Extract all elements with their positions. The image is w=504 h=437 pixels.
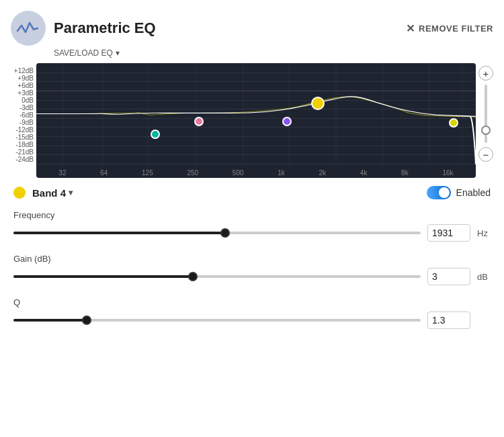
remove-filter-button[interactable]: ✕ REMOVE FILTER <box>406 22 493 35</box>
zoom-track[interactable] <box>485 85 487 143</box>
frequency-slider-fill <box>13 232 225 234</box>
gain-control: Gain (dB) dB <box>11 254 493 285</box>
q-control: Q <box>11 297 493 329</box>
q-slider[interactable] <box>13 319 421 322</box>
eq-chart[interactable]: 32 64 125 250 500 1k 2k 4k 8k 16k <box>36 63 476 178</box>
eq-curve <box>36 63 476 164</box>
q-slider-fill <box>13 319 87 322</box>
page-title: Parametric EQ <box>54 19 156 37</box>
zoom-out-button[interactable]: − <box>478 147 493 162</box>
gain-slider[interactable] <box>13 275 421 278</box>
band-2-dot[interactable] <box>194 117 204 126</box>
chevron-down-icon: ▾ <box>116 48 120 58</box>
frequency-unit: Hz <box>477 228 491 238</box>
frequency-slider-thumb[interactable] <box>220 228 230 238</box>
db-axis: +12dB +9dB +6dB +3dB 0dB -3dB -6dB -9dB … <box>11 63 36 178</box>
band-color-dot <box>13 187 26 199</box>
freq-axis: 32 64 125 250 500 1k 2k 4k 8k 16k <box>36 169 476 177</box>
band-row: Band 4 ▾ Enabled <box>11 186 493 199</box>
gain-unit: dB <box>477 272 491 282</box>
toggle-knob <box>439 187 450 198</box>
band-selector[interactable]: Band 4 ▾ <box>32 187 73 199</box>
enabled-toggle[interactable] <box>427 186 451 199</box>
gain-label: Gain (dB) <box>13 254 491 264</box>
q-value[interactable] <box>427 311 470 329</box>
gain-slider-fill <box>13 275 193 278</box>
band-5-dot[interactable] <box>449 118 458 128</box>
band-1-dot[interactable] <box>151 130 160 139</box>
q-slider-thumb[interactable] <box>82 315 91 325</box>
frequency-control: Frequency Hz <box>11 210 493 242</box>
q-label: Q <box>13 297 491 307</box>
frequency-value[interactable] <box>427 224 470 242</box>
save-load-button[interactable]: SAVE/LOAD EQ ▾ <box>54 48 493 58</box>
frequency-slider[interactable] <box>13 232 421 234</box>
band-chevron-icon: ▾ <box>69 188 73 197</box>
band-4-dot[interactable] <box>311 97 325 110</box>
close-icon: ✕ <box>406 22 415 35</box>
zoom-in-button[interactable]: + <box>478 66 493 81</box>
zoom-slider[interactable]: + − <box>478 63 493 178</box>
app-logo <box>11 11 46 46</box>
enabled-label: Enabled <box>456 187 491 198</box>
gain-slider-thumb[interactable] <box>188 272 198 281</box>
frequency-label: Frequency <box>13 210 491 220</box>
zoom-thumb[interactable] <box>481 126 491 135</box>
band-3-dot[interactable] <box>282 117 292 126</box>
gain-value[interactable] <box>427 268 470 285</box>
